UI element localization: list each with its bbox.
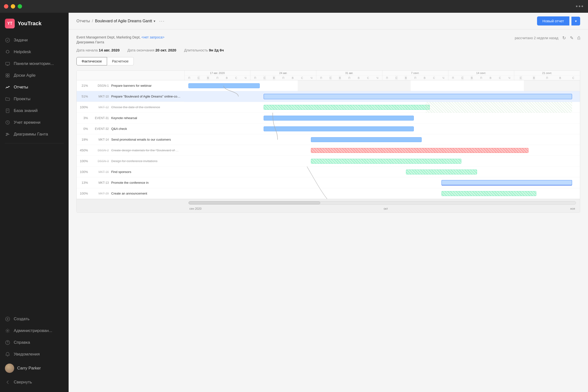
table-row[interactable]: 51% MKT-10 Prepare "Boulevard of Agile D… (77, 91, 580, 102)
notifications-action[interactable]: Уведомления (0, 348, 68, 360)
day-cell: С (329, 76, 332, 80)
table-row[interactable]: 0% EVENT-32 Q&A check (77, 124, 580, 134)
no-request-link[interactable]: <нет запроса> (141, 35, 164, 39)
sidebar-item-helpdesk[interactable]: Helpdesk (0, 46, 68, 58)
report-meta-left: Event Management Dept, Marketing Dept, <… (76, 35, 164, 44)
check-circle-icon (5, 38, 10, 43)
svg-rect-7 (6, 76, 7, 77)
gantt-bar[interactable] (311, 137, 422, 142)
report-area: Event Management Dept, Marketing Dept, <… (68, 30, 588, 392)
logo-text: YouTrack (18, 20, 42, 27)
topbar-actions: Новый отчет ▾ (537, 16, 580, 26)
day-cell: П (282, 76, 285, 80)
day-cell: В (533, 76, 535, 80)
task-percent: 100% (77, 105, 88, 109)
task-name: Prepare "Boulevard of Agile Dreams" onli… (111, 94, 180, 98)
gantt-bar[interactable] (311, 148, 528, 153)
gantt-bar[interactable] (264, 116, 414, 120)
gantt-bar[interactable] (264, 126, 414, 131)
create-action[interactable]: Создать (0, 313, 68, 325)
sidebar-item-tasks[interactable]: Задачи (0, 34, 68, 46)
gantt-bar[interactable] (311, 159, 461, 164)
gantt-timeline (184, 156, 580, 166)
table-row[interactable]: 19% MKT-14 Send promotional emails to ou… (77, 134, 580, 145)
timeline-label-sep: сен 2020 (190, 207, 202, 210)
week-label-5: 14 сент. (448, 70, 514, 76)
day-cell: Ч (310, 76, 313, 80)
breadcrumb-more-icon[interactable]: ··· (159, 18, 165, 24)
svg-rect-2 (6, 52, 6, 53)
scrollbar-thumb[interactable] (189, 202, 320, 204)
refresh-icon[interactable]: ↻ (562, 35, 566, 41)
day-cell: С (366, 76, 370, 80)
user-item[interactable]: Carry Parker (0, 360, 68, 376)
gantt-bar[interactable] (442, 191, 536, 196)
sidebar-item-projects[interactable]: Проекты (0, 93, 68, 105)
toggle-calculated-button[interactable]: Расчетное (107, 57, 134, 66)
day-cell: Ч (244, 76, 247, 80)
collapse-label: Свернуть (14, 380, 32, 385)
breadcrumb-dropdown-icon[interactable]: ▾ (154, 19, 155, 23)
toggle-actual-button[interactable]: Фактическое (76, 57, 107, 66)
table-row[interactable]: 450% DSGN-2 Create design materials for … (77, 145, 580, 156)
task-id: MKT-13 (90, 181, 109, 184)
day-cell: В (357, 76, 360, 80)
day-cell: П (452, 76, 454, 80)
titlebar: ••• (0, 0, 588, 13)
logo-area[interactable]: YT YouTrack (0, 17, 68, 34)
sidebar-item-dashboards[interactable]: Панели мониторин... (0, 58, 68, 70)
sidebar-item-reports[interactable]: Отчеты (0, 81, 68, 93)
titlebar-menu-icon[interactable]: ••• (576, 3, 584, 10)
table-row[interactable]: 21% DSGN-1 Prepare banners for webinar (77, 80, 580, 91)
task-name: Send promotional emails to our customers (111, 138, 180, 141)
svg-point-17 (7, 344, 8, 344)
gantt-bar[interactable] (188, 83, 260, 88)
day-cell: П (414, 76, 417, 80)
sidebar-item-knowledge[interactable]: База знаний (0, 105, 68, 116)
minimize-button[interactable] (11, 4, 15, 8)
maximize-button[interactable] (18, 4, 22, 8)
table-row[interactable]: 100% MKT-16 Find sponsors (77, 166, 580, 178)
table-row[interactable]: 100% DSGN-3 Design for conference invita… (77, 156, 580, 166)
task-id: MKT-10 (90, 95, 109, 98)
date-start-value: 14 авг. 2020 (99, 48, 120, 52)
sidebar-item-reports-label: Отчеты (14, 85, 28, 90)
breadcrumb-parent[interactable]: Отчеты (76, 19, 90, 23)
gantt-bar[interactable] (442, 180, 572, 186)
gantt-timeline (184, 124, 580, 134)
svg-rect-4 (6, 62, 10, 65)
sidebar-item-gantt[interactable]: Диаграммы Ганта (0, 128, 68, 140)
table-row[interactable]: 3% EVENT-31 Keynote rehearsal (77, 113, 580, 124)
table-row[interactable]: 100% MKT-29 Create an announcement (77, 188, 580, 199)
task-name: Create an announcement (111, 192, 180, 195)
new-report-dropdown-button[interactable]: ▾ (571, 17, 580, 26)
week-label-2: 24 авг. (250, 70, 316, 76)
admin-action[interactable]: Администрирован... (0, 325, 68, 337)
gantt-timeline (184, 166, 580, 178)
collapse-item[interactable]: Свернуть (0, 376, 68, 388)
gantt-timeline (184, 178, 580, 188)
close-button[interactable] (4, 4, 8, 8)
help-action[interactable]: Справка (0, 337, 68, 348)
gantt-timeline (184, 145, 580, 156)
gantt-bar[interactable] (264, 94, 572, 99)
gantt-bar[interactable] (406, 170, 477, 174)
task-percent: 19% (77, 138, 88, 141)
edit-icon[interactable]: ✎ (570, 35, 574, 41)
gantt-timeline (184, 113, 580, 124)
duration-label: Длительность (184, 48, 208, 52)
gantt-bar[interactable] (264, 105, 430, 110)
table-row[interactable]: 13% MKT-13 Promote the conference in (77, 178, 580, 188)
task-id: DSGN-1 (90, 84, 109, 88)
print-icon[interactable]: ⎙ (578, 36, 580, 41)
sidebar-item-agile[interactable]: Доски Agile (0, 70, 68, 81)
new-report-button[interactable]: Новый отчет (537, 16, 570, 26)
day-cell: С (498, 76, 502, 80)
question-icon (5, 340, 10, 345)
admin-label: Администрирован... (14, 328, 52, 333)
gear-icon (5, 328, 10, 334)
svg-rect-3 (8, 52, 9, 53)
sidebar-item-timelog[interactable]: Учет времени (0, 116, 68, 128)
table-row[interactable]: 100% MKT-12 Choose the date of the confe… (77, 102, 580, 113)
create-label: Создать (14, 316, 30, 322)
